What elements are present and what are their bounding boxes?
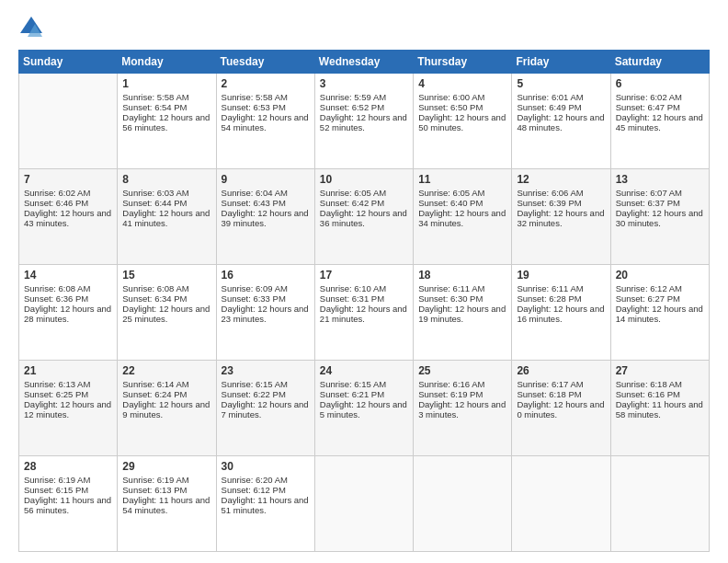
sunrise-text: Sunrise: 6:14 AM xyxy=(122,379,188,389)
calendar-week-row: 14Sunrise: 6:08 AMSunset: 6:36 PMDayligh… xyxy=(19,265,710,361)
sunrise-text: Sunrise: 6:11 AM xyxy=(517,283,583,293)
daylight-text: Daylight: 12 hours and 3 minutes. xyxy=(418,399,506,419)
header xyxy=(18,15,710,40)
sunset-text: Sunset: 6:36 PM xyxy=(24,293,88,304)
daylight-text: Daylight: 12 hours and 9 minutes. xyxy=(122,399,210,419)
day-number: 26 xyxy=(517,364,605,377)
sunrise-text: Sunrise: 6:08 AM xyxy=(24,283,90,293)
sunset-text: Sunset: 6:13 PM xyxy=(122,485,187,495)
daylight-text: Daylight: 12 hours and 50 minutes. xyxy=(418,112,506,132)
calendar-cell: 19Sunrise: 6:11 AMSunset: 6:28 PMDayligh… xyxy=(512,265,610,361)
calendar-cell: 13Sunrise: 6:07 AMSunset: 6:37 PMDayligh… xyxy=(610,169,709,265)
sunset-text: Sunset: 6:18 PM xyxy=(517,389,581,399)
daylight-text: Daylight: 12 hours and 25 minutes. xyxy=(122,304,210,324)
day-number: 27 xyxy=(616,364,704,377)
sunrise-text: Sunrise: 6:13 AM xyxy=(24,379,90,389)
day-number: 22 xyxy=(122,364,210,377)
calendar-cell xyxy=(19,74,118,169)
day-number: 12 xyxy=(517,173,605,186)
calendar-cell: 12Sunrise: 6:06 AMSunset: 6:39 PMDayligh… xyxy=(512,169,610,265)
calendar-cell: 29Sunrise: 6:19 AMSunset: 6:13 PMDayligh… xyxy=(118,456,216,552)
daylight-text: Daylight: 11 hours and 54 minutes. xyxy=(122,495,210,515)
daylight-text: Daylight: 12 hours and 52 minutes. xyxy=(320,112,407,132)
day-number: 17 xyxy=(320,269,408,282)
daylight-text: Daylight: 12 hours and 43 minutes. xyxy=(24,208,111,228)
daylight-text: Daylight: 12 hours and 7 minutes. xyxy=(222,399,309,419)
calendar-cell: 25Sunrise: 6:16 AMSunset: 6:19 PMDayligh… xyxy=(414,361,512,456)
day-number: 13 xyxy=(616,173,704,186)
day-number: 25 xyxy=(418,364,506,377)
daylight-text: Daylight: 12 hours and 19 minutes. xyxy=(418,304,506,324)
calendar-cell xyxy=(414,456,512,552)
calendar-week-row: 28Sunrise: 6:19 AMSunset: 6:15 PMDayligh… xyxy=(19,456,710,552)
sunrise-text: Sunrise: 6:09 AM xyxy=(222,283,288,293)
sunset-text: Sunset: 6:37 PM xyxy=(616,198,680,208)
sunset-text: Sunset: 6:50 PM xyxy=(418,102,483,112)
weekday-header: Saturday xyxy=(610,51,709,74)
calendar-cell: 1Sunrise: 5:58 AMSunset: 6:54 PMDaylight… xyxy=(118,74,216,169)
sunrise-text: Sunrise: 6:11 AM xyxy=(418,283,484,293)
day-number: 18 xyxy=(418,269,506,282)
day-number: 5 xyxy=(517,77,605,90)
weekday-header: Sunday xyxy=(19,51,118,74)
sunset-text: Sunset: 6:27 PM xyxy=(616,293,680,304)
sunset-text: Sunset: 6:49 PM xyxy=(517,102,581,112)
daylight-text: Daylight: 12 hours and 32 minutes. xyxy=(517,208,604,228)
logo-icon xyxy=(18,15,44,40)
sunrise-text: Sunrise: 5:58 AM xyxy=(222,92,288,102)
sunset-text: Sunset: 6:34 PM xyxy=(122,293,187,304)
sunrise-text: Sunrise: 6:12 AM xyxy=(616,283,682,293)
sunrise-text: Sunrise: 6:05 AM xyxy=(418,188,484,198)
sunrise-text: Sunrise: 6:16 AM xyxy=(418,379,484,389)
sunrise-text: Sunrise: 6:07 AM xyxy=(616,188,682,198)
weekday-header: Friday xyxy=(512,51,610,74)
calendar-header-row: SundayMondayTuesdayWednesdayThursdayFrid… xyxy=(19,51,710,74)
sunrise-text: Sunrise: 5:58 AM xyxy=(122,92,188,102)
sunset-text: Sunset: 6:46 PM xyxy=(24,198,88,208)
daylight-text: Daylight: 12 hours and 5 minutes. xyxy=(320,399,407,419)
sunrise-text: Sunrise: 6:04 AM xyxy=(222,188,288,198)
daylight-text: Daylight: 11 hours and 51 minutes. xyxy=(222,495,309,515)
sunset-text: Sunset: 6:30 PM xyxy=(418,293,483,304)
sunset-text: Sunset: 6:22 PM xyxy=(222,389,286,399)
day-number: 20 xyxy=(616,269,704,282)
day-number: 15 xyxy=(122,269,210,282)
logo xyxy=(18,15,46,40)
calendar-cell: 9Sunrise: 6:04 AMSunset: 6:43 PMDaylight… xyxy=(216,169,314,265)
sunset-text: Sunset: 6:21 PM xyxy=(320,389,384,399)
calendar-cell: 30Sunrise: 6:20 AMSunset: 6:12 PMDayligh… xyxy=(216,456,314,552)
calendar-cell: 16Sunrise: 6:09 AMSunset: 6:33 PMDayligh… xyxy=(216,265,314,361)
calendar-cell: 10Sunrise: 6:05 AMSunset: 6:42 PMDayligh… xyxy=(314,169,413,265)
daylight-text: Daylight: 12 hours and 12 minutes. xyxy=(24,399,111,419)
sunrise-text: Sunrise: 6:17 AM xyxy=(517,379,583,389)
weekday-header: Tuesday xyxy=(216,51,314,74)
day-number: 6 xyxy=(616,77,704,90)
day-number: 8 xyxy=(122,173,210,186)
calendar-week-row: 21Sunrise: 6:13 AMSunset: 6:25 PMDayligh… xyxy=(19,361,710,456)
sunset-text: Sunset: 6:28 PM xyxy=(517,293,581,304)
calendar-week-row: 7Sunrise: 6:02 AMSunset: 6:46 PMDaylight… xyxy=(19,169,710,265)
sunrise-text: Sunrise: 6:02 AM xyxy=(24,188,90,198)
calendar-cell: 4Sunrise: 6:00 AMSunset: 6:50 PMDaylight… xyxy=(414,74,512,169)
day-number: 14 xyxy=(24,269,112,282)
sunrise-text: Sunrise: 5:59 AM xyxy=(320,92,386,102)
day-number: 2 xyxy=(222,77,310,90)
daylight-text: Daylight: 12 hours and 21 minutes. xyxy=(320,304,407,324)
calendar-cell: 27Sunrise: 6:18 AMSunset: 6:16 PMDayligh… xyxy=(610,361,709,456)
calendar-cell: 17Sunrise: 6:10 AMSunset: 6:31 PMDayligh… xyxy=(314,265,413,361)
calendar-cell: 24Sunrise: 6:15 AMSunset: 6:21 PMDayligh… xyxy=(314,361,413,456)
sunrise-text: Sunrise: 6:19 AM xyxy=(24,475,90,485)
calendar-cell: 15Sunrise: 6:08 AMSunset: 6:34 PMDayligh… xyxy=(118,265,216,361)
daylight-text: Daylight: 12 hours and 14 minutes. xyxy=(616,304,703,324)
calendar-cell xyxy=(512,456,610,552)
calendar-cell: 22Sunrise: 6:14 AMSunset: 6:24 PMDayligh… xyxy=(118,361,216,456)
sunset-text: Sunset: 6:52 PM xyxy=(320,102,384,112)
daylight-text: Daylight: 12 hours and 28 minutes. xyxy=(24,304,111,324)
daylight-text: Daylight: 12 hours and 16 minutes. xyxy=(517,304,604,324)
sunset-text: Sunset: 6:24 PM xyxy=(122,389,187,399)
sunset-text: Sunset: 6:40 PM xyxy=(418,198,483,208)
calendar-table: SundayMondayTuesdayWednesdayThursdayFrid… xyxy=(18,50,710,552)
day-number: 29 xyxy=(122,460,210,473)
daylight-text: Daylight: 12 hours and 30 minutes. xyxy=(616,208,703,228)
daylight-text: Daylight: 11 hours and 58 minutes. xyxy=(616,399,703,419)
